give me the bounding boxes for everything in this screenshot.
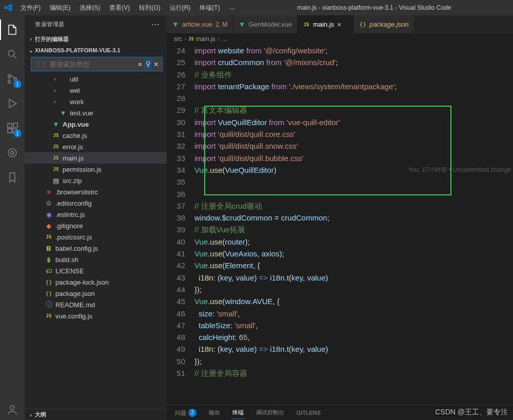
close-icon[interactable]: × [337, 21, 341, 29]
file-item[interactable]: ▤src.zip [25, 175, 167, 186]
file-label: .gitignore [55, 222, 83, 230]
type-search[interactable]: ⋮⋮ ≡ ✕ [31, 57, 163, 71]
file-icon: JS [51, 133, 61, 138]
editor-tab[interactable]: {}package.json [354, 15, 415, 33]
drag-handle-icon[interactable]: ⋮⋮ [33, 61, 50, 68]
search-icon[interactable] [0, 44, 25, 65]
scm-icon[interactable]: 1 [0, 69, 25, 89]
code-line[interactable]: 35 [167, 176, 513, 188]
file-item[interactable]: JSmain.js [25, 152, 167, 164]
folder-item[interactable]: ›util [25, 73, 167, 85]
code-line[interactable]: 38window.$crudCommon = crudCommon; [167, 212, 513, 224]
clear-icon[interactable]: ✕ [152, 58, 160, 70]
file-item[interactable]: JS.postcssrc.js [25, 231, 167, 243]
file-item[interactable]: JScache.js [25, 130, 167, 141]
file-item[interactable]: ⓘREADME.md [25, 299, 167, 310]
section-label: 打开的编辑器 [35, 35, 69, 43]
file-item[interactable]: ▼test.vue [25, 107, 167, 118]
code-line[interactable]: 48 calcHeight: 65, [167, 331, 513, 343]
filter-icon[interactable]: ≡ [136, 58, 144, 70]
file-item[interactable]: JSerror.js [25, 141, 167, 152]
code-line[interactable]: 46 size: 'small', [167, 308, 513, 319]
open-editors-section[interactable]: ›打开的编辑器 [25, 33, 167, 45]
menu-item[interactable]: 查看(V) [105, 2, 134, 14]
bookmark-icon[interactable] [0, 167, 25, 188]
file-item[interactable]: ≡.browserslistrc [25, 186, 167, 197]
menu-item[interactable]: … [225, 2, 240, 14]
copilot-icon[interactable] [0, 143, 25, 163]
menu-item[interactable]: 文件(F) [16, 2, 45, 14]
js-icon: JS [188, 36, 194, 42]
code-line[interactable]: 42Vue.use(Element, { [167, 259, 513, 271]
sidebar-more-icon[interactable]: ⋯ [151, 19, 161, 29]
tab-icon: JS [303, 22, 310, 27]
watermark: CSDN @王工、要专注 [435, 408, 508, 417]
menu-item[interactable]: 编辑(E) [46, 2, 74, 14]
code-line[interactable]: 41Vue.use(VueAxios, axios); [167, 248, 513, 259]
code-line[interactable]: 24import website from '@/config/website'… [167, 45, 513, 56]
menu-item[interactable]: 终端(T) [195, 2, 224, 14]
line-number: 36 [167, 188, 194, 200]
file-item[interactable]: {}package.json [25, 288, 167, 299]
code-line[interactable]: 31import 'quill/dist/quill.core.css' [167, 128, 513, 140]
file-item[interactable]: JSpermission.js [25, 164, 167, 175]
regex-icon[interactable] [144, 58, 152, 70]
file-item[interactable]: ◉.eslintrc.js [25, 209, 167, 220]
code-editor[interactable]: 24import website from '@/config/website'… [167, 45, 513, 405]
code-line[interactable]: 27import tenantPackage from './views/sys… [167, 81, 513, 92]
code-line[interactable]: 32import 'quill/dist/quill.snow.css' [167, 140, 513, 152]
panel-tab[interactable]: 问题2 [174, 407, 198, 419]
code-line[interactable]: 47 tableSize: 'small', [167, 319, 513, 331]
panel-tab[interactable]: GITLENS [295, 408, 322, 418]
editor-tab[interactable]: JSmain.js× [298, 15, 354, 33]
crumb[interactable]: main.js [196, 35, 215, 43]
run-icon[interactable] [0, 93, 25, 114]
code-line[interactable]: 34Vue.use(VueQuillEditor)You, 17小时前 • Un… [167, 164, 513, 176]
code-line[interactable]: 44}); [167, 284, 513, 295]
code-line[interactable]: 43 i18n: (key, value) => i18n.t(key, val… [167, 272, 513, 284]
breadcrumb[interactable]: src› JS main.js› … [167, 33, 513, 45]
outline-section[interactable]: ›大纲 [25, 409, 167, 420]
file-item[interactable]: ⚙.editorconfig [25, 197, 167, 209]
panel-tab[interactable]: 调试控制台 [255, 407, 285, 418]
code-line[interactable]: 25import crudCommon from '@/mixins/crud'… [167, 56, 513, 68]
code-line[interactable]: 30import VueQuillEditor from 'vue-quill-… [167, 116, 513, 128]
editor-tab[interactable]: ▼GenModel.vue [233, 15, 298, 33]
project-section[interactable]: ⌄XIANBOSS-PLATFORM-VUE-3.1 [25, 45, 167, 56]
code-line[interactable]: 28 [167, 92, 513, 104]
code-line[interactable]: 33import 'quill/dist/quill.bubble.css' [167, 152, 513, 164]
code-line[interactable]: 36 [167, 188, 513, 200]
file-item[interactable]: ▼App.vue [25, 118, 167, 130]
crumb[interactable]: … [222, 35, 228, 43]
menu-item[interactable]: 转到(G) [135, 2, 164, 14]
code-line[interactable]: 29// 富文本编辑器 [167, 104, 513, 116]
file-item[interactable]: {}package-lock.json [25, 276, 167, 288]
section-label: 大纲 [35, 411, 46, 418]
explorer-icon[interactable] [0, 19, 25, 40]
code-line[interactable]: 37// 注册全局crud驱动 [167, 200, 513, 212]
panel-tab[interactable]: 终端 [231, 407, 245, 419]
menu-item[interactable]: 运行(R) [166, 2, 195, 14]
code-line[interactable]: 26// 业务组件 [167, 69, 513, 81]
file-item[interactable]: Bbabel.config.js [25, 243, 167, 254]
ext-badge: 1 [13, 129, 22, 137]
code-line[interactable]: 39// 加载Vue拓展 [167, 224, 513, 235]
file-item[interactable]: JSvue.config.js [25, 310, 167, 322]
code-line[interactable]: 40Vue.use(router); [167, 236, 513, 248]
code-line[interactable]: 45Vue.use(window.AVUE, { [167, 295, 513, 307]
extensions-icon[interactable]: 1 [0, 118, 25, 138]
file-item[interactable]: 🏷LICENSE [25, 265, 167, 276]
file-item[interactable]: $build.sh [25, 254, 167, 265]
crumb[interactable]: src [174, 35, 182, 43]
account-icon[interactable] [0, 399, 25, 420]
code-line[interactable]: 51// 注册全局容器 [167, 367, 513, 379]
editor-tab[interactable]: ▼article.vue2, M [167, 15, 233, 33]
code-line[interactable]: 49 i18n: (key, value) => i18n.t(key, val… [167, 343, 513, 355]
folder-item[interactable]: ›work [25, 96, 167, 107]
folder-item[interactable]: ›wel [25, 85, 167, 96]
panel-tab[interactable]: 输出 [208, 407, 221, 418]
search-input[interactable] [50, 61, 136, 68]
menu-item[interactable]: 选择(S) [75, 2, 104, 14]
code-line[interactable]: 50}); [167, 355, 513, 367]
file-item[interactable]: ◆.gitignore [25, 220, 167, 231]
